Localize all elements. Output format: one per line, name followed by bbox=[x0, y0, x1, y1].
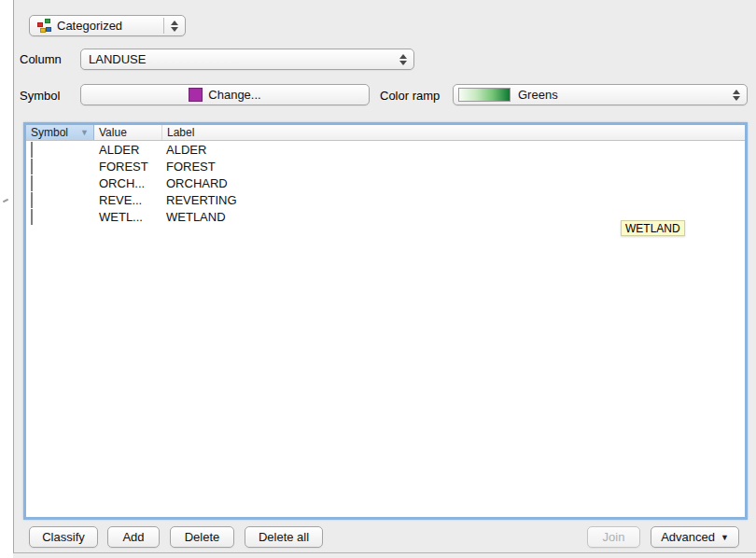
classify-button[interactable]: Classify bbox=[29, 526, 98, 548]
category-symbol-swatch[interactable] bbox=[31, 175, 33, 191]
column-dropdown[interactable]: LANDUSE bbox=[80, 49, 414, 70]
table-row[interactable]: ALDER ALDER bbox=[26, 141, 745, 158]
table-row[interactable]: REVE... REVERTING bbox=[26, 191, 745, 208]
column-header-value[interactable]: Value bbox=[94, 125, 162, 140]
category-label: ALDER bbox=[162, 143, 745, 157]
category-symbol-swatch[interactable] bbox=[31, 192, 33, 208]
color-ramp-value: Greens bbox=[518, 88, 558, 102]
category-symbol-swatch[interactable] bbox=[31, 209, 33, 225]
category-label: REVERTING bbox=[162, 193, 745, 207]
delete-all-button[interactable]: Delete all bbox=[245, 526, 323, 548]
categories-table: Symbol ▼ Value Label ALDER ALDER FOREST … bbox=[23, 122, 748, 520]
layer-style-panel: Categorized Column LANDUSE Symbol Change… bbox=[13, 0, 756, 553]
tooltip: WETLAND bbox=[621, 220, 685, 236]
color-ramp-preview bbox=[458, 88, 511, 102]
join-button[interactable]: Join bbox=[587, 526, 640, 548]
symbol-label: Symbol bbox=[20, 89, 60, 103]
table-row[interactable]: FOREST FOREST bbox=[26, 158, 745, 174]
categorized-renderer-icon bbox=[37, 19, 51, 33]
category-value: ORCH... bbox=[94, 176, 162, 190]
category-symbol-swatch[interactable] bbox=[31, 159, 33, 174]
column-header-symbol[interactable]: Symbol ▼ bbox=[26, 125, 94, 140]
delete-button[interactable]: Delete bbox=[170, 526, 234, 548]
category-symbol-swatch[interactable] bbox=[31, 142, 33, 158]
column-header-label[interactable]: Label bbox=[162, 125, 745, 140]
category-value: ALDER bbox=[94, 143, 162, 157]
renderer-type-dropdown[interactable]: Categorized bbox=[29, 15, 186, 36]
column-label: Column bbox=[20, 52, 62, 66]
symbol-change-label: Change... bbox=[208, 88, 260, 102]
splitter-collapse-handle[interactable] bbox=[3, 198, 9, 203]
symbol-color-swatch bbox=[189, 88, 203, 102]
color-ramp-dropdown[interactable]: Greens bbox=[453, 84, 748, 105]
category-label: FOREST bbox=[162, 160, 745, 174]
chevron-down-icon: ▼ bbox=[721, 533, 729, 542]
symbol-change-button[interactable]: Change... bbox=[80, 84, 370, 105]
add-button[interactable]: Add bbox=[107, 526, 160, 548]
sort-descending-icon: ▼ bbox=[80, 129, 89, 137]
category-value: REVE... bbox=[94, 193, 162, 207]
category-value: WETL... bbox=[94, 210, 162, 224]
table-row[interactable]: ORCH... ORCHARD bbox=[26, 174, 745, 191]
advanced-button[interactable]: Advanced ▼ bbox=[651, 526, 739, 548]
renderer-type-value: Categorized bbox=[57, 19, 122, 33]
dropdown-arrows-icon bbox=[171, 16, 178, 35]
column-value: LANDUSE bbox=[89, 52, 146, 66]
table-header-row: Symbol ▼ Value Label bbox=[26, 125, 745, 141]
category-label: ORCHARD bbox=[162, 176, 745, 190]
color-ramp-label: Color ramp bbox=[380, 89, 440, 103]
dropdown-arrows-icon bbox=[399, 49, 407, 69]
window-bottom-strip bbox=[13, 553, 756, 558]
category-value: FOREST bbox=[94, 160, 162, 174]
dropdown-arrows-icon bbox=[733, 85, 740, 105]
dropdown-separator bbox=[163, 18, 164, 34]
